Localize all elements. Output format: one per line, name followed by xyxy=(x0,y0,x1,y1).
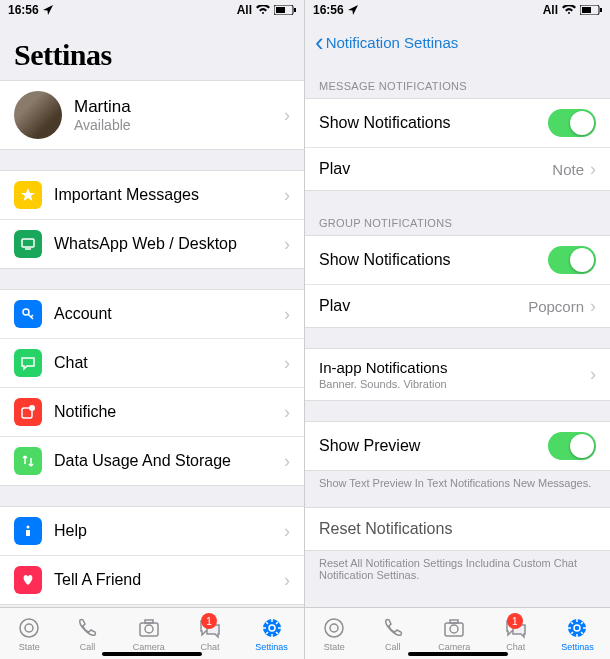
svg-point-30 xyxy=(325,619,343,637)
chat-icon xyxy=(14,349,42,377)
tab-label: Settinas xyxy=(255,642,288,652)
home-indicator[interactable] xyxy=(102,652,202,656)
tab-label: Chat xyxy=(506,642,525,652)
help-row[interactable]: Help › xyxy=(0,507,304,556)
svg-rect-34 xyxy=(450,620,458,623)
tab-state[interactable]: State xyxy=(16,615,42,652)
grp-sound-row[interactable]: Plav Popcorn › xyxy=(305,285,610,327)
status-bar: 16:56 All xyxy=(305,0,610,20)
chevron-right-icon: › xyxy=(284,304,290,325)
starred-messages-row[interactable]: Important Messages › xyxy=(0,171,304,220)
section-header-message: MESSAGE NOTIFICATIONS xyxy=(305,74,610,98)
tab-settings[interactable]: Settinas xyxy=(561,615,594,652)
tab-camera[interactable]: Camera xyxy=(133,615,165,652)
chevron-right-icon: › xyxy=(284,185,290,206)
info-icon xyxy=(14,517,42,545)
inapp-notifications-row[interactable]: In-app Notifications Banner. Sounds. Vib… xyxy=(305,349,610,400)
row-label: Help xyxy=(54,522,284,540)
carrier-label: All xyxy=(237,3,252,17)
account-row[interactable]: Account › xyxy=(0,290,304,339)
svg-point-9 xyxy=(29,405,35,411)
page-title: Settinas xyxy=(0,20,304,80)
chat-badge: 1 xyxy=(201,613,217,629)
svg-point-31 xyxy=(330,624,338,632)
chevron-right-icon: › xyxy=(284,521,290,542)
desktop-icon xyxy=(14,230,42,258)
msg-show-notifications-row: Show Notifications xyxy=(305,99,610,148)
row-label: Show Notifications xyxy=(319,251,548,269)
chevron-right-icon: › xyxy=(284,234,290,255)
msg-show-toggle[interactable] xyxy=(548,109,596,137)
tab-state[interactable]: State xyxy=(321,615,347,652)
svg-rect-3 xyxy=(22,239,34,247)
row-label: Reset Notifications xyxy=(319,520,596,538)
chevron-right-icon: › xyxy=(590,364,596,385)
status-circle-icon xyxy=(321,615,347,641)
notifications-row[interactable]: Notifiche › xyxy=(0,388,304,437)
profile-name: Martina xyxy=(74,97,284,117)
svg-point-33 xyxy=(450,625,458,633)
status-time: 16:56 xyxy=(313,3,344,17)
reset-footer: Reset All Notification Settings Includin… xyxy=(305,551,610,587)
svg-rect-16 xyxy=(145,620,153,623)
chevron-right-icon: › xyxy=(284,402,290,423)
chevron-right-icon: › xyxy=(284,451,290,472)
back-button[interactable]: ‹ xyxy=(315,27,324,58)
location-icon xyxy=(43,5,53,15)
tab-label: Call xyxy=(80,642,96,652)
chat-row[interactable]: Chat › xyxy=(0,339,304,388)
preview-toggle[interactable] xyxy=(548,432,596,460)
settings-screen: 16:56 All Settinas Martina Available › xyxy=(0,0,305,659)
heart-icon xyxy=(14,566,42,594)
chevron-right-icon: › xyxy=(590,296,596,317)
carrier-label: All xyxy=(543,3,558,17)
nav-title[interactable]: Notification Settinas xyxy=(326,34,459,51)
tab-label: Settinas xyxy=(561,642,594,652)
tab-label: State xyxy=(324,642,345,652)
whatsapp-web-row[interactable]: WhatsApp Web / Desktop › xyxy=(0,220,304,268)
chat-badge: 1 xyxy=(507,613,523,629)
camera-icon xyxy=(136,615,162,641)
svg-rect-29 xyxy=(600,8,602,12)
wifi-icon xyxy=(562,5,576,15)
gear-icon xyxy=(564,615,590,641)
row-label: Show Preview xyxy=(319,437,548,455)
row-label: Account xyxy=(54,305,284,323)
tab-chat[interactable]: 1 Chat xyxy=(503,615,529,652)
row-label: Show Notifications xyxy=(319,114,548,132)
tell-friend-row[interactable]: Tell A Friend › xyxy=(0,556,304,604)
row-label: Data Usage And Storage xyxy=(54,452,284,470)
reset-notifications-row[interactable]: Reset Notifications xyxy=(305,508,610,550)
section-header-group: GROUP NOTIFICATIONS xyxy=(305,211,610,235)
status-time: 16:56 xyxy=(8,3,39,17)
home-indicator[interactable] xyxy=(408,652,508,656)
tab-chat[interactable]: 1 Chat xyxy=(197,615,223,652)
grp-show-toggle[interactable] xyxy=(548,246,596,274)
row-value: Popcorn xyxy=(528,298,584,315)
key-icon xyxy=(14,300,42,328)
svg-line-7 xyxy=(31,315,33,317)
tab-label: Call xyxy=(385,642,401,652)
msg-sound-row[interactable]: Plav Note › xyxy=(305,148,610,190)
svg-point-12 xyxy=(20,619,38,637)
camera-icon xyxy=(441,615,467,641)
star-icon xyxy=(14,181,42,209)
app-badge-icon xyxy=(14,398,42,426)
row-sublabel: Banner. Sounds. Vibration xyxy=(319,378,590,390)
arrows-icon xyxy=(14,447,42,475)
tab-settings[interactable]: Settinas xyxy=(255,615,288,652)
data-usage-row[interactable]: Data Usage And Storage › xyxy=(0,437,304,485)
tab-camera[interactable]: Camera xyxy=(438,615,470,652)
profile-row[interactable]: Martina Available › xyxy=(0,80,304,150)
tab-call[interactable]: Call xyxy=(74,615,100,652)
nav-header: ‹ Notification Settinas xyxy=(305,20,610,64)
tab-label: Camera xyxy=(133,642,165,652)
show-preview-row: Show Preview xyxy=(305,422,610,470)
row-label: Plav xyxy=(319,297,528,315)
chevron-right-icon: › xyxy=(284,570,290,591)
svg-rect-2 xyxy=(294,8,296,12)
tab-call[interactable]: Call xyxy=(380,615,406,652)
wifi-icon xyxy=(256,5,270,15)
avatar xyxy=(14,91,62,139)
svg-point-15 xyxy=(145,625,153,633)
